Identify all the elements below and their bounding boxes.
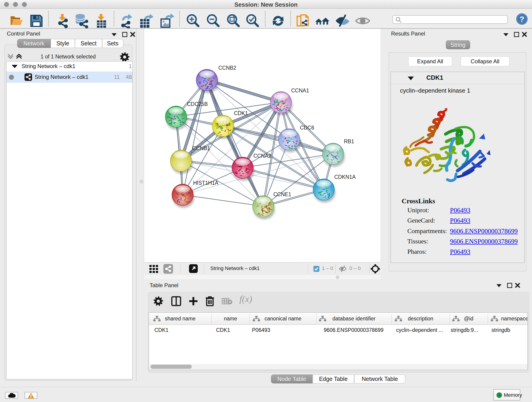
svg-text:CCNA1: CCNA1 [291, 88, 309, 94]
svg-text:CDC6: CDC6 [300, 125, 314, 131]
svg-text:CDC25B: CDC25B [187, 101, 208, 107]
svg-text:CCNA2: CCNA2 [253, 153, 271, 159]
svg-text:HIST1H1A: HIST1H1A [193, 180, 219, 186]
svg-text:CDKN1A: CDKN1A [334, 174, 356, 180]
svg-text:CCNE1: CCNE1 [273, 191, 291, 197]
svg-text:CCNB1: CCNB1 [192, 145, 210, 151]
svg-text:RB1: RB1 [344, 138, 354, 144]
svg-text:CCNB2: CCNB2 [218, 65, 236, 71]
svg-text:?: ? [520, 15, 525, 23]
svg-text:CDK1: CDK1 [234, 110, 248, 116]
